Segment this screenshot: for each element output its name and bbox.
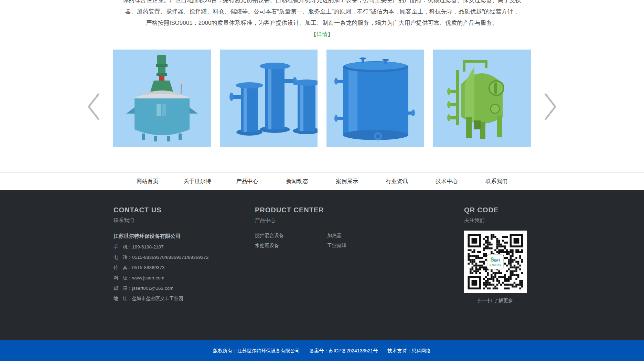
qr-center-logo: SERT 世尔特环保 bbox=[487, 254, 504, 269]
nav-item-industry[interactable]: 行业资讯 bbox=[372, 178, 422, 185]
nav-item-news[interactable]: 新闻动态 bbox=[272, 178, 322, 185]
carousel-slide[interactable] bbox=[220, 50, 318, 147]
products-heading-cn: 产品中心 bbox=[255, 217, 399, 224]
detail-link[interactable]: 【详情】 bbox=[0, 31, 644, 38]
contact-heading-en: CONTACT US bbox=[114, 206, 234, 214]
contact-email: 邮 箱：jssert001@163.com bbox=[114, 283, 234, 294]
contact-mobile: 手 机：189-6198-2187 bbox=[114, 242, 234, 252]
footer-divider bbox=[399, 200, 399, 305]
contact-fax: 传 真：0515-88369373 bbox=[114, 263, 234, 273]
copyright-icp: 备案号：苏ICP备2024133521号 bbox=[309, 348, 378, 354]
footer-qr-section: QR CODE 关注我们 SERT 世尔特环保 扫一扫 了解更多 bbox=[464, 206, 530, 305]
qr-caption: 扫一扫 了解更多 bbox=[464, 298, 527, 304]
footer-nav: 网站首页 关于世尔特 产品中心 新闻动态 案例展示 行业资讯 技术中心 联系我们 bbox=[0, 172, 644, 190]
carousel-slide[interactable] bbox=[113, 50, 211, 147]
nav-item-about[interactable]: 关于世尔特 bbox=[172, 178, 222, 185]
qr-heading-cn: 关注我们 bbox=[464, 217, 530, 224]
reactor-mixer-photo bbox=[113, 50, 211, 147]
contact-website: 网 址：www.jssert.com bbox=[114, 273, 234, 283]
qr-heading-en: QR CODE bbox=[464, 206, 530, 214]
detail-link-label: 详情 bbox=[316, 31, 328, 37]
intro-line: 严格按照ISO9001：2000的质量体系标准，为客户提供设计、加工、制造一条龙… bbox=[109, 17, 535, 29]
carousel-slide[interactable] bbox=[326, 50, 424, 147]
detail-bracket-open: 【 bbox=[311, 31, 316, 37]
blue-storage-tank-photo bbox=[326, 50, 424, 147]
page-footer: CONTACT US 联系我们 江苏世尔特环保设备有限公司 手 机：189-61… bbox=[0, 190, 644, 340]
carousel-prev-button[interactable] bbox=[85, 92, 101, 121]
footer-products-section: PRODUCT CENTER 产品中心 搅拌混合设备 加热器 水处理设备 工业储… bbox=[234, 206, 399, 305]
intro-line: 体的综合性企业。厂区占地面积20亩，拥有激光切割设备、自动埋弧焊机等先进的加工设… bbox=[109, 0, 535, 6]
footer-columns: CONTACT US 联系我们 江苏世尔特环保设备有限公司 手 机：189-61… bbox=[114, 190, 530, 305]
carousel-next-button[interactable] bbox=[543, 92, 559, 121]
products-heading-en: PRODUCT CENTER bbox=[255, 206, 399, 214]
carousel-slide[interactable] bbox=[433, 50, 531, 147]
carousel-track bbox=[113, 50, 531, 147]
copyright-bar: 版权所有：江苏世尔特环保设备有限公司 备案号：苏ICP备2024133521号 … bbox=[0, 340, 644, 361]
product-carousel bbox=[0, 50, 644, 147]
product-links: 搅拌混合设备 加热器 水处理设备 工业储罐 bbox=[255, 233, 399, 249]
contact-address: 地 址：盐城市盐都区义丰工业园 bbox=[114, 294, 234, 304]
contact-phone: 电 话：0515-88369370/88369371/88369372 bbox=[114, 252, 234, 263]
nav-item-cases[interactable]: 案例展示 bbox=[322, 178, 372, 185]
contact-list: 手 机：189-6198-2187 电 话：0515-88369370/8836… bbox=[114, 242, 234, 304]
qr-code-image: SERT 世尔特环保 bbox=[464, 231, 527, 293]
product-link-industrial-tank[interactable]: 工业储罐 bbox=[327, 243, 399, 249]
product-link-mixing[interactable]: 搅拌混合设备 bbox=[255, 233, 327, 239]
nav-item-tech[interactable]: 技术中心 bbox=[422, 178, 472, 185]
qr-logo-subtext: 世尔特环保 bbox=[490, 264, 502, 267]
product-link-water-treatment[interactable]: 水处理设备 bbox=[255, 243, 327, 249]
intro-line: 器、加药装置、搅拌器、搅拌罐、料仓、储罐等。公司本着“质量第一、服务至上”的原则… bbox=[109, 6, 535, 17]
company-name: 江苏世尔特环保设备有限公司 bbox=[114, 233, 234, 240]
contact-heading-cn: 联系我们 bbox=[114, 217, 234, 224]
qr-logo-ert: ERT bbox=[494, 259, 500, 262]
green-filter-vessel-photo bbox=[433, 50, 531, 147]
filter-pipe-columns-photo bbox=[220, 50, 318, 147]
copyright-owner: 版权所有：江苏世尔特环保设备有限公司 bbox=[213, 348, 300, 354]
nav-item-products[interactable]: 产品中心 bbox=[222, 178, 272, 185]
nav-item-home[interactable]: 网站首页 bbox=[122, 178, 172, 185]
copyright-support: 技术支持：思科网络 bbox=[388, 348, 431, 354]
nav-item-contact[interactable]: 联系我们 bbox=[472, 178, 522, 185]
company-intro: 体的综合性企业。厂区占地面积20亩，拥有激光切割设备、自动埋弧焊机等先进的加工设… bbox=[0, 0, 644, 29]
detail-bracket-close: 】 bbox=[328, 31, 333, 37]
product-link-heater[interactable]: 加热器 bbox=[327, 233, 399, 239]
footer-nav-inner: 网站首页 关于世尔特 产品中心 新闻动态 案例展示 行业资讯 技术中心 联系我们 bbox=[122, 173, 522, 190]
footer-contact-section: CONTACT US 联系我们 江苏世尔特环保设备有限公司 手 机：189-61… bbox=[114, 206, 234, 305]
qr-logo-s: S bbox=[491, 257, 494, 263]
